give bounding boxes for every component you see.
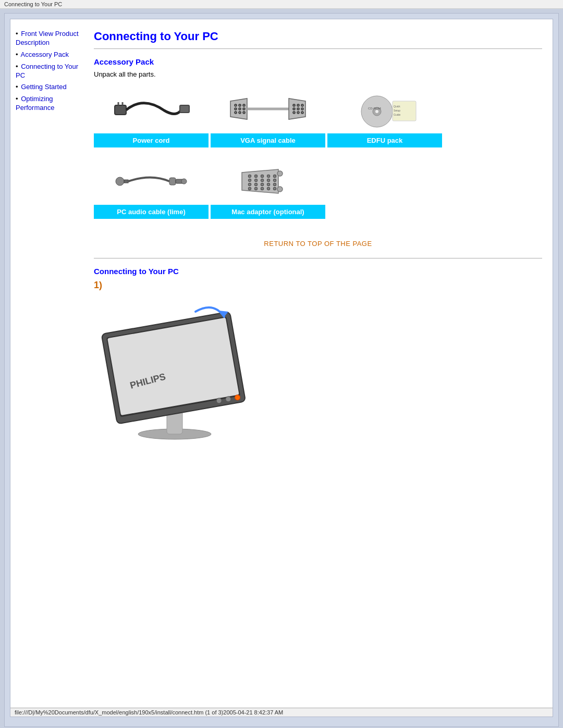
svg-point-19 [297,108,299,110]
sidebar-link-front-view[interactable]: Front View Product Description [16,30,79,46]
svg-point-54 [249,188,251,190]
title-bar: Connecting to Your PC [0,0,563,9]
svg-point-49 [249,183,251,186]
audio-cable-label: PC audio cable (lime) [94,205,209,219]
mac-adaptor-label: Mac adaptor (optional) [211,205,325,219]
page-layout: • Front View Product Description • Acces… [10,19,553,708]
sidebar-link-connecting[interactable]: Connecting to Your PC [16,63,78,79]
svg-point-5 [235,104,237,106]
svg-point-48 [274,179,276,182]
svg-point-9 [239,108,241,110]
return-to-top-link[interactable]: RETURN TO TOP OF THE PAGE [264,240,372,248]
svg-point-42 [267,175,270,178]
power-cord-label: Power cord [94,133,209,147]
mac-adaptor-image-box [211,158,325,205]
monitor-image: PHILIPS [94,296,542,443]
svg-point-26 [375,110,378,113]
sidebar-item-performance[interactable]: • Optimizing Performance [16,95,83,113]
bullet: • [16,51,18,58]
title-bar-text: Connecting to Your PC [4,1,62,7]
svg-point-55 [255,188,258,190]
accessory-audio-cable: PC audio cable (lime) [94,158,209,219]
svg-point-45 [255,179,258,182]
svg-text:Guide: Guide [394,113,401,116]
svg-point-57 [267,188,270,190]
svg-text:Setup: Setup [394,109,400,112]
mac-adaptor-svg [234,163,302,200]
svg-point-52 [267,183,270,186]
top-divider [94,48,542,49]
power-cord-image-box [94,87,209,133]
browser-outer: • Front View Product Description • Acces… [4,13,559,727]
svg-point-56 [261,188,264,190]
svg-point-22 [297,112,299,114]
sidebar-item-front-view[interactable]: • Front View Product Description [16,30,83,47]
page-title: Connecting to Your PC [94,30,542,43]
edfu-svg: CD-ROM Quick Setup Guide [343,91,426,130]
sidebar-link-started[interactable]: Getting Started [21,83,66,91]
status-bar-text: file:///D|/My%20Documents/dfu/X_model/en… [15,709,283,715]
accessory-pack-title: Accessory Pack [94,57,542,66]
step-number: 1) [94,280,542,291]
svg-point-47 [267,179,270,182]
bullet: • [16,30,18,38]
audio-cable-image-box [94,158,209,205]
edfu-label: EDFU pack [327,133,442,147]
svg-point-60 [277,187,283,192]
svg-rect-3 [180,105,189,113]
connecting-section: Connecting to Your PC 1) [94,267,542,443]
vga-cable-image-box [211,87,325,133]
browser-inner: • Front View Product Description • Acces… [10,19,553,717]
bullet: • [16,95,18,103]
svg-rect-35 [169,178,176,185]
connecting-title: Connecting to Your PC [94,267,542,276]
monitor-svg: PHILIPS [94,296,261,442]
svg-point-17 [301,104,303,106]
svg-point-6 [239,104,241,106]
svg-point-50 [255,183,258,186]
svg-point-20 [301,108,303,110]
audio-cable-svg [112,163,190,200]
svg-point-41 [261,175,264,178]
svg-point-46 [261,179,264,182]
return-link[interactable]: RETURN TO TOP OF THE PAGE [94,229,542,258]
sidebar-item-started[interactable]: • Getting Started [16,83,83,92]
svg-point-13 [243,112,245,114]
status-bar: file:///D|/My%20Documents/dfu/X_model/en… [10,708,553,717]
bullet: • [16,63,18,70]
bottom-divider [94,258,542,258]
accessory-edfu-pack: CD-ROM Quick Setup Guide EDFU pack [327,87,442,147]
sidebar-item-accessory[interactable]: • Accessory Pack [16,51,83,59]
svg-point-16 [297,104,299,106]
svg-point-7 [243,104,245,106]
svg-marker-38 [242,169,278,193]
svg-point-37 [181,179,187,184]
sidebar-item-connecting[interactable]: • Connecting to Your PC [16,63,83,80]
svg-text:Quick: Quick [394,105,400,108]
power-cord-svg [112,91,190,130]
svg-point-21 [293,112,295,114]
sidebar-nav: • Front View Product Description • Acces… [16,30,83,113]
bullet: • [16,83,18,91]
edfu-image-box: CD-ROM Quick Setup Guide [327,87,442,133]
svg-point-8 [235,108,237,110]
unpack-text: Unpack all the parts. [94,70,542,78]
main-content: Connecting to Your PC Accessory Pack Unp… [89,30,547,702]
svg-point-53 [274,183,276,186]
sidebar-link-performance[interactable]: Optimizing Performance [16,95,54,112]
sidebar: • Front View Product Description • Acces… [16,30,89,702]
accessory-row-1: Power cord [94,87,542,147]
accessory-grid: Power cord [94,87,542,219]
svg-point-15 [293,104,295,106]
svg-point-10 [243,108,245,110]
sidebar-link-accessory[interactable]: Accessory Pack [20,51,68,58]
svg-point-43 [274,175,276,178]
accessory-power-cord: Power cord [94,87,209,147]
accessory-vga-cable: VGA signal cable [211,87,325,147]
svg-point-51 [261,183,264,186]
svg-point-11 [235,112,237,114]
accessory-row-2: PC audio cable (lime) [94,158,542,219]
svg-rect-34 [124,180,128,183]
svg-point-23 [301,112,303,114]
svg-point-12 [239,112,241,114]
